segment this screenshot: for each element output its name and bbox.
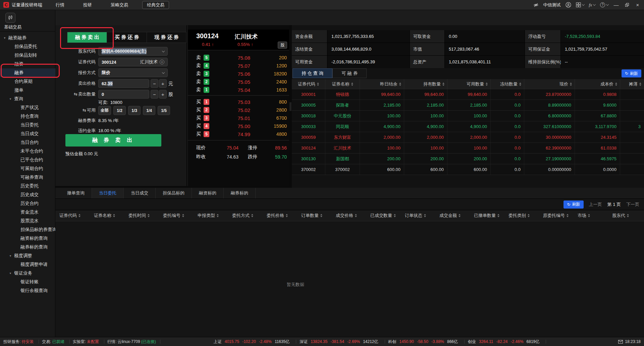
orders-tab[interactable]: 撤单查询	[60, 188, 92, 198]
holder-select[interactable]: 深圳A-0600069684(主)	[98, 47, 168, 56]
orders-tab[interactable]: 当日委托	[92, 188, 124, 198]
order-form-tab[interactable]: 融 券 卖 出	[67, 32, 107, 43]
qty-plus-button[interactable]: +	[159, 90, 167, 99]
sidebar-item[interactable]: ▼ 未平仓合约	[0, 147, 55, 156]
sidebar-item[interactable]: ▼ 担保品标的券查询	[0, 225, 55, 234]
quick-ratio-button[interactable]: 1/4	[143, 106, 155, 115]
sort-icon[interactable]	[615, 82, 617, 86]
sort-icon[interactable]	[639, 82, 641, 86]
sidebar-item[interactable]: ▼ 融券标的查询	[0, 243, 55, 251]
qty-input[interactable]: 0	[98, 90, 149, 99]
column-header[interactable]: 委托编号	[159, 210, 194, 221]
user-avatar-icon[interactable]	[566, 2, 571, 8]
sort-icon[interactable]	[567, 214, 569, 217]
position-row[interactable]: 300130 新国都 200.00 200.00 200.00 0.0 27.1…	[292, 154, 644, 164]
tree-expand-icon[interactable]: ▼	[9, 272, 12, 275]
sidebar-item[interactable]: ▼ 可融券查询	[0, 173, 55, 182]
index-ticker[interactable]: 上证 4015.75 -102.20 -2.48% 11635亿	[214, 339, 300, 345]
index-ticker[interactable]: 科创 1450.90 -58.50 -3.88% 866亿	[388, 339, 468, 345]
menu-item[interactable]: 策略交易	[106, 1, 133, 9]
refresh-positions-button[interactable]: ↻ 刷新	[622, 69, 641, 77]
bid-level-row[interactable]: 买 4 75.00 15900	[188, 122, 292, 130]
column-header[interactable]: 摊薄	[620, 79, 644, 89]
sidebar-item[interactable]: ▼ 撤单	[0, 86, 55, 95]
sidebar-item[interactable]: ▼ 当日委托	[0, 121, 55, 129]
clear-icon[interactable]: ×	[160, 60, 164, 64]
column-header[interactable]: 昨日结余	[360, 79, 404, 89]
column-header[interactable]: 证券名称	[325, 79, 360, 89]
column-header[interactable]: 市场	[574, 210, 608, 221]
position-row[interactable]: 370002 370002 600.00 600.00 600.00 0.0 0…	[292, 164, 644, 175]
sort-icon[interactable]	[355, 214, 357, 217]
sidebar-item[interactable]: ▼ 融资融券	[0, 34, 55, 42]
quick-ratio-button[interactable]: 1/3	[128, 106, 141, 115]
sidebar-item[interactable]: ▼ 额度调整	[0, 251, 55, 260]
sell-short-submit-button[interactable]: 融 券 卖 出	[65, 134, 161, 147]
restore-button[interactable]	[624, 2, 630, 8]
unit-toggle-button[interactable]: 股	[278, 42, 287, 49]
sidebar-item[interactable]: ▼ 银行余额查询	[0, 286, 55, 295]
quick-ratio-button[interactable]: 1/2	[113, 106, 126, 115]
menu-item[interactable]: 经典交易	[142, 1, 169, 9]
sort-icon[interactable]	[351, 82, 353, 86]
ask-level-row[interactable]: 卖 1 75.04 1633	[188, 86, 292, 94]
sort-icon[interactable]	[497, 214, 499, 217]
column-header[interactable]: 委托价格	[263, 210, 297, 221]
positions-tab[interactable]: 可 融 券	[332, 68, 367, 78]
sort-icon[interactable]	[570, 82, 572, 86]
sidebar-item[interactable]: ▼ 担保品划转	[0, 51, 55, 60]
bid-level-row[interactable]: 买 3 75.01 6700	[188, 114, 292, 122]
order-form-tab[interactable]: 现 券 还 券	[147, 32, 186, 43]
sidebar-item[interactable]: ▼ 担保品委托	[0, 42, 55, 51]
menu-item[interactable]: 行情	[51, 1, 69, 9]
column-header[interactable]: 已成交数量	[366, 210, 401, 221]
basic-trade-icon-button[interactable]	[5, 13, 15, 23]
sidebar-item[interactable]: ▼ 股票流水	[0, 217, 55, 225]
tree-expand-icon[interactable]: ▼	[3, 37, 6, 40]
column-header[interactable]: 股东代	[608, 210, 643, 221]
sidebar-item[interactable]: ▼ 当日成交	[0, 129, 55, 138]
price-minus-button[interactable]: −	[151, 79, 158, 88]
column-header[interactable]: 申报类型	[194, 210, 228, 221]
sort-icon[interactable]	[182, 214, 184, 217]
sidebar-item[interactable]: ▼ 资金流水	[0, 208, 55, 217]
sidebar-item[interactable]: ▼ 融券	[0, 68, 55, 77]
column-header[interactable]: 现价	[524, 79, 575, 89]
refresh-orders-button[interactable]: ↻ 刷新	[564, 200, 583, 209]
column-header[interactable]: 订单数量	[297, 210, 332, 221]
orders-tab[interactable]: 融资标的	[192, 188, 224, 198]
user-name[interactable]: 中信测试	[543, 2, 561, 8]
orders-tab[interactable]: 融券标的	[224, 188, 256, 198]
column-header[interactable]: 已撤单数量	[470, 210, 504, 221]
column-header[interactable]: 委托方式	[228, 210, 263, 221]
sidebar-item[interactable]: ▼ 可展期合约	[0, 164, 55, 173]
close-button[interactable]: ×	[635, 2, 641, 8]
orders-tab[interactable]: 当日成交	[124, 188, 156, 198]
bid-level-row[interactable]: 买 5 74.99 4800	[188, 130, 292, 138]
prev-page-button[interactable]: 上一页	[589, 201, 602, 208]
menu-item[interactable]: 投研	[78, 1, 97, 9]
sidebar-item[interactable]: ▼ 融资标的查询	[0, 234, 55, 243]
vertical-splitter[interactable]	[289, 25, 292, 188]
sort-icon[interactable]	[424, 214, 426, 217]
column-header[interactable]: 可用数量	[447, 79, 491, 89]
visibility-off-icon[interactable]	[533, 2, 539, 8]
ask-level-row[interactable]: 卖 2 75.05 2400	[188, 78, 292, 86]
position-row[interactable]: 300001 特锐德 99,640.00 99,640.00 99,640.00…	[292, 89, 644, 100]
sidebar-item[interactable]: ▼ 持仓查询	[0, 112, 55, 121]
index-ticker[interactable]: 创业 3264.11 -82.24 -2.46% 6819亿	[468, 339, 549, 345]
quick-ratio-button[interactable]: 全部	[98, 106, 111, 115]
sort-icon[interactable]	[217, 214, 219, 217]
column-header[interactable]: 订单状态	[401, 210, 435, 221]
sort-icon[interactable]	[78, 214, 80, 217]
sort-icon[interactable]	[399, 82, 401, 86]
code-input[interactable]: 300124 汇川技术 ×	[98, 58, 168, 66]
sort-icon[interactable]	[588, 214, 590, 217]
formula-fx-icon[interactable]: fx	[589, 2, 595, 8]
column-header[interactable]: 成本价	[575, 79, 620, 89]
sort-icon[interactable]	[519, 82, 521, 86]
sort-icon[interactable]	[459, 214, 461, 217]
positions-tab[interactable]: 持 仓 查 询	[292, 68, 332, 78]
sidebar-item[interactable]: ▼ 历史成交	[0, 190, 55, 199]
position-row[interactable]: 300124 汇川技术 100.00 100.00 100.00 0.0 62.…	[292, 143, 644, 154]
